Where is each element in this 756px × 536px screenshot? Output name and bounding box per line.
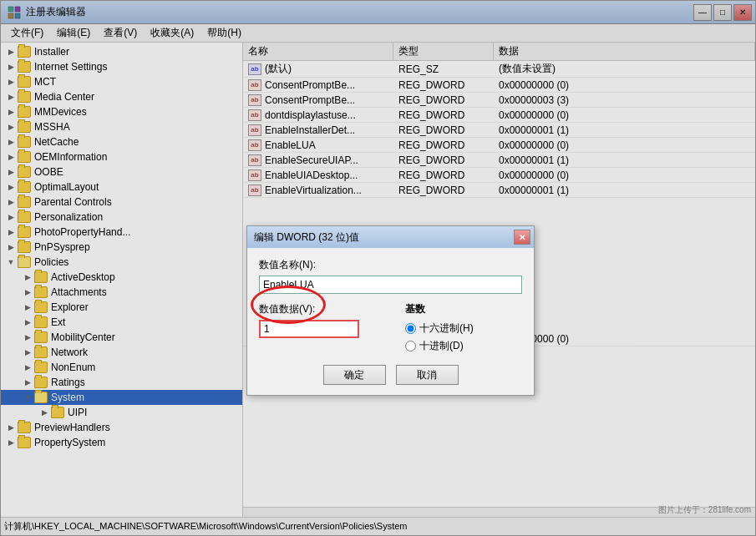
radio-hex[interactable]: 十六进制(H) (405, 321, 522, 336)
edit-dword-dialog: 编辑 DWORD (32 位)值 ✕ 数值名称(N): 数值数据(V): 基数 … (246, 225, 535, 396)
radio-hex-label: 十六进制(H) (419, 321, 474, 336)
data-row: 数值数据(V): 基数 十六进制(H) 十进制(D) (259, 302, 522, 353)
data-label: 数值数据(V): (259, 302, 397, 316)
radio-hex-input[interactable] (405, 323, 416, 334)
dialog-title-text: 编辑 DWORD (32 位)值 (254, 230, 359, 245)
dialog-buttons: 确定 取消 (259, 365, 522, 385)
dialog-body: 数值名称(N): 数值数据(V): 基数 十六进制(H) (247, 248, 534, 395)
cancel-button[interactable]: 取消 (396, 365, 459, 385)
base-label: 基数 (405, 302, 522, 316)
name-input[interactable] (259, 276, 522, 294)
base-group: 基数 十六进制(H) 十进制(D) (405, 302, 522, 353)
dialog-title-bar: 编辑 DWORD (32 位)值 ✕ (247, 226, 534, 248)
name-label: 数值名称(N): (259, 258, 522, 272)
confirm-button[interactable]: 确定 (323, 365, 386, 385)
radio-group: 十六进制(H) 十进制(D) (405, 321, 522, 353)
radio-dec[interactable]: 十进制(D) (405, 339, 522, 353)
data-input[interactable] (259, 320, 359, 338)
modal-overlay: 编辑 DWORD (32 位)值 ✕ 数值名称(N): 数值数据(V): 基数 … (0, 0, 756, 536)
radio-dec-input[interactable] (405, 341, 416, 351)
dialog-close-button[interactable]: ✕ (514, 230, 530, 245)
data-left: 数值数据(V): (259, 302, 397, 338)
radio-dec-label: 十进制(D) (419, 339, 464, 353)
